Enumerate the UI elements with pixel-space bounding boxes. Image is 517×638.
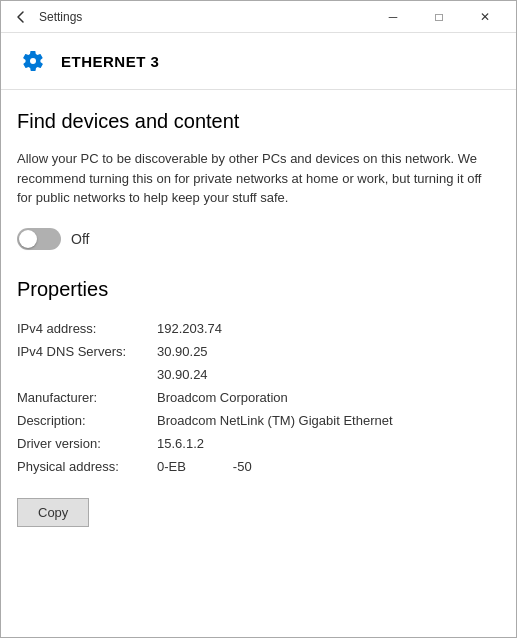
physical-address-label: Physical address:: [17, 455, 157, 478]
settings-window: Settings ─ □ ✕ ETHERNET 3 Find d: [0, 0, 517, 638]
minimize-button[interactable]: ─: [370, 1, 416, 33]
driver-version-label: Driver version:: [17, 432, 157, 455]
find-devices-title: Find devices and content: [17, 110, 500, 133]
close-button[interactable]: ✕: [462, 1, 508, 33]
manufacturer-value: Broadcom Corporation: [157, 386, 500, 409]
ethernet-icon: [17, 45, 49, 77]
table-row: Manufacturer: Broadcom Corporation: [17, 386, 500, 409]
description-label: Description:: [17, 409, 157, 432]
ipv4-dns-label: IPv4 DNS Servers:: [17, 340, 157, 363]
toggle-row: Off: [17, 228, 500, 250]
table-row: Driver version: 15.6.1.2: [17, 432, 500, 455]
find-devices-section: Find devices and content Allow your PC t…: [17, 110, 500, 250]
toggle-knob: [19, 230, 37, 248]
ipv4-dns-label2: [17, 363, 157, 386]
table-row: Physical address: 0-EB -50: [17, 455, 500, 478]
title-bar: Settings ─ □ ✕: [1, 1, 516, 33]
page-title: ETHERNET 3: [61, 53, 159, 70]
toggle-label: Off: [71, 231, 89, 247]
window-title: Settings: [33, 10, 370, 24]
page-content: Find devices and content Allow your PC t…: [1, 90, 516, 637]
table-row: 30.90.24: [17, 363, 500, 386]
properties-table: IPv4 address: 192.203.74 IPv4 DNS Server…: [17, 317, 500, 478]
description-value: Broadcom NetLink (TM) Gigabit Ethernet: [157, 409, 500, 432]
back-button[interactable]: [9, 5, 33, 29]
table-row: IPv4 DNS Servers: 30.90.25: [17, 340, 500, 363]
ipv4-dns-value1: 30.90.25: [157, 340, 500, 363]
manufacturer-label: Manufacturer:: [17, 386, 157, 409]
window-controls: ─ □ ✕: [370, 1, 508, 33]
table-row: IPv4 address: 192.203.74: [17, 317, 500, 340]
driver-version-value: 15.6.1.2: [157, 432, 500, 455]
properties-section: Properties IPv4 address: 192.203.74 IPv4…: [17, 278, 500, 527]
ipv4-dns-value2: 30.90.24: [157, 363, 500, 386]
ipv4-address-value: 192.203.74: [157, 317, 500, 340]
copy-button[interactable]: Copy: [17, 498, 89, 527]
maximize-button[interactable]: □: [416, 1, 462, 33]
ipv4-address-label: IPv4 address:: [17, 317, 157, 340]
discoverable-toggle[interactable]: [17, 228, 61, 250]
properties-title: Properties: [17, 278, 500, 301]
physical-address-value: 0-EB -50: [157, 455, 500, 478]
page-header: ETHERNET 3: [1, 33, 516, 90]
find-devices-description: Allow your PC to be discoverable by othe…: [17, 149, 500, 208]
table-row: Description: Broadcom NetLink (TM) Gigab…: [17, 409, 500, 432]
